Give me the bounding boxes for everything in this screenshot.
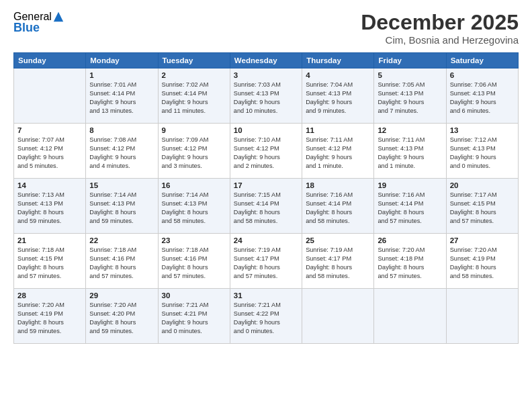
calendar-cell: 17Sunrise: 7:15 AMSunset: 4:14 PMDayligh… bbox=[230, 179, 302, 234]
calendar-week-row: 14Sunrise: 7:13 AMSunset: 4:13 PMDayligh… bbox=[14, 179, 519, 234]
calendar-cell: 3Sunrise: 7:03 AMSunset: 4:13 PMDaylight… bbox=[230, 68, 302, 124]
day-number: 18 bbox=[306, 181, 370, 189]
calendar-cell: 16Sunrise: 7:14 AMSunset: 4:13 PMDayligh… bbox=[158, 179, 230, 234]
calendar-week-row: 28Sunrise: 7:20 AMSunset: 4:19 PMDayligh… bbox=[14, 289, 519, 344]
day-header-saturday: Saturday bbox=[446, 53, 518, 68]
day-number: 13 bbox=[450, 126, 515, 134]
day-info: Sunrise: 7:11 AMSunset: 4:12 PMDaylight:… bbox=[306, 136, 370, 171]
day-info: Sunrise: 7:20 AMSunset: 4:19 PMDaylight:… bbox=[450, 246, 515, 281]
day-info: Sunrise: 7:03 AMSunset: 4:13 PMDaylight:… bbox=[234, 81, 298, 116]
day-number: 12 bbox=[378, 126, 442, 134]
header: General Blue December 2025 Cim, Bosnia a… bbox=[13, 11, 519, 46]
day-number: 28 bbox=[17, 291, 82, 300]
calendar-week-row: 21Sunrise: 7:18 AMSunset: 4:15 PMDayligh… bbox=[14, 234, 519, 289]
calendar-cell: 9Sunrise: 7:09 AMSunset: 4:12 PMDaylight… bbox=[158, 124, 230, 179]
day-info: Sunrise: 7:04 AMSunset: 4:13 PMDaylight:… bbox=[306, 81, 370, 116]
calendar-cell bbox=[302, 289, 374, 344]
day-number: 29 bbox=[89, 291, 154, 300]
month-title: December 2025 bbox=[361, 11, 519, 34]
calendar-cell: 18Sunrise: 7:16 AMSunset: 4:14 PMDayligh… bbox=[302, 179, 374, 234]
day-number: 10 bbox=[234, 126, 298, 134]
calendar-cell: 26Sunrise: 7:20 AMSunset: 4:18 PMDayligh… bbox=[374, 234, 446, 289]
day-header-friday: Friday bbox=[374, 53, 446, 68]
day-number: 9 bbox=[162, 126, 226, 134]
calendar-cell bbox=[14, 68, 86, 124]
day-number: 7 bbox=[17, 126, 82, 134]
day-info: Sunrise: 7:20 AMSunset: 4:18 PMDaylight:… bbox=[378, 246, 442, 281]
calendar-cell: 8Sunrise: 7:08 AMSunset: 4:12 PMDaylight… bbox=[86, 124, 158, 179]
day-number: 31 bbox=[234, 291, 298, 300]
calendar-cell: 4Sunrise: 7:04 AMSunset: 4:13 PMDaylight… bbox=[302, 68, 374, 124]
svg-marker-0 bbox=[54, 12, 63, 21]
day-number: 30 bbox=[162, 291, 226, 300]
day-number: 15 bbox=[89, 181, 154, 189]
day-info: Sunrise: 7:20 AMSunset: 4:19 PMDaylight:… bbox=[17, 301, 82, 336]
day-info: Sunrise: 7:17 AMSunset: 4:15 PMDaylight:… bbox=[450, 191, 515, 226]
day-info: Sunrise: 7:16 AMSunset: 4:14 PMDaylight:… bbox=[378, 191, 442, 226]
day-number: 16 bbox=[162, 181, 226, 189]
day-info: Sunrise: 7:07 AMSunset: 4:12 PMDaylight:… bbox=[17, 136, 82, 171]
day-number: 11 bbox=[306, 126, 370, 134]
calendar-cell: 14Sunrise: 7:13 AMSunset: 4:13 PMDayligh… bbox=[14, 179, 86, 234]
day-info: Sunrise: 7:21 AMSunset: 4:22 PMDaylight:… bbox=[234, 301, 298, 336]
day-header-sunday: Sunday bbox=[14, 53, 86, 68]
logo-blue: Blue bbox=[13, 21, 40, 34]
title-section: December 2025 Cim, Bosnia and Herzegovin… bbox=[361, 11, 519, 46]
calendar-cell: 2Sunrise: 7:02 AMSunset: 4:14 PMDaylight… bbox=[158, 68, 230, 124]
calendar-cell: 7Sunrise: 7:07 AMSunset: 4:12 PMDaylight… bbox=[14, 124, 86, 179]
day-number: 14 bbox=[17, 181, 82, 189]
day-header-monday: Monday bbox=[86, 53, 158, 68]
day-info: Sunrise: 7:05 AMSunset: 4:13 PMDaylight:… bbox=[378, 81, 442, 116]
day-info: Sunrise: 7:20 AMSunset: 4:20 PMDaylight:… bbox=[89, 301, 154, 336]
calendar-cell: 23Sunrise: 7:18 AMSunset: 4:16 PMDayligh… bbox=[158, 234, 230, 289]
day-number: 17 bbox=[234, 181, 298, 189]
day-number: 6 bbox=[450, 71, 515, 79]
day-number: 22 bbox=[89, 236, 154, 244]
day-info: Sunrise: 7:14 AMSunset: 4:13 PMDaylight:… bbox=[89, 191, 154, 226]
day-number: 5 bbox=[378, 71, 442, 79]
day-info: Sunrise: 7:11 AMSunset: 4:13 PMDaylight:… bbox=[378, 136, 442, 171]
page: General Blue December 2025 Cim, Bosnia a… bbox=[0, 0, 532, 411]
day-info: Sunrise: 7:13 AMSunset: 4:13 PMDaylight:… bbox=[17, 191, 82, 226]
day-number: 20 bbox=[450, 181, 515, 189]
calendar-cell: 6Sunrise: 7:06 AMSunset: 4:13 PMDaylight… bbox=[446, 68, 518, 124]
calendar-week-row: 1Sunrise: 7:01 AMSunset: 4:14 PMDaylight… bbox=[14, 68, 519, 124]
subtitle: Cim, Bosnia and Herzegovina bbox=[361, 34, 519, 46]
day-number: 4 bbox=[306, 71, 370, 79]
calendar-cell: 27Sunrise: 7:20 AMSunset: 4:19 PMDayligh… bbox=[446, 234, 518, 289]
day-info: Sunrise: 7:06 AMSunset: 4:13 PMDaylight:… bbox=[450, 81, 515, 116]
day-info: Sunrise: 7:16 AMSunset: 4:14 PMDaylight:… bbox=[306, 191, 370, 226]
day-info: Sunrise: 7:18 AMSunset: 4:15 PMDaylight:… bbox=[17, 246, 82, 281]
calendar-cell: 1Sunrise: 7:01 AMSunset: 4:14 PMDaylight… bbox=[86, 68, 158, 124]
calendar-cell: 5Sunrise: 7:05 AMSunset: 4:13 PMDaylight… bbox=[374, 68, 446, 124]
calendar-cell: 31Sunrise: 7:21 AMSunset: 4:22 PMDayligh… bbox=[230, 289, 302, 344]
day-info: Sunrise: 7:21 AMSunset: 4:21 PMDaylight:… bbox=[162, 301, 226, 336]
day-number: 2 bbox=[162, 71, 226, 79]
day-header-tuesday: Tuesday bbox=[158, 53, 230, 68]
calendar-cell bbox=[374, 289, 446, 344]
day-info: Sunrise: 7:02 AMSunset: 4:14 PMDaylight:… bbox=[162, 81, 226, 116]
calendar-cell: 29Sunrise: 7:20 AMSunset: 4:20 PMDayligh… bbox=[86, 289, 158, 344]
calendar-header-row: SundayMondayTuesdayWednesdayThursdayFrid… bbox=[14, 53, 519, 68]
calendar-cell: 22Sunrise: 7:18 AMSunset: 4:16 PMDayligh… bbox=[86, 234, 158, 289]
calendar-cell: 11Sunrise: 7:11 AMSunset: 4:12 PMDayligh… bbox=[302, 124, 374, 179]
day-info: Sunrise: 7:19 AMSunset: 4:17 PMDaylight:… bbox=[306, 246, 370, 281]
day-info: Sunrise: 7:14 AMSunset: 4:13 PMDaylight:… bbox=[162, 191, 226, 226]
day-header-thursday: Thursday bbox=[302, 53, 374, 68]
day-number: 26 bbox=[378, 236, 442, 244]
calendar-cell: 28Sunrise: 7:20 AMSunset: 4:19 PMDayligh… bbox=[14, 289, 86, 344]
day-info: Sunrise: 7:08 AMSunset: 4:12 PMDaylight:… bbox=[89, 136, 154, 171]
day-info: Sunrise: 7:18 AMSunset: 4:16 PMDaylight:… bbox=[162, 246, 226, 281]
day-info: Sunrise: 7:09 AMSunset: 4:12 PMDaylight:… bbox=[162, 136, 226, 171]
day-info: Sunrise: 7:12 AMSunset: 4:13 PMDaylight:… bbox=[450, 136, 515, 171]
day-info: Sunrise: 7:10 AMSunset: 4:12 PMDaylight:… bbox=[234, 136, 298, 171]
calendar-cell: 19Sunrise: 7:16 AMSunset: 4:14 PMDayligh… bbox=[374, 179, 446, 234]
day-number: 21 bbox=[17, 236, 82, 244]
day-number: 24 bbox=[234, 236, 298, 244]
day-number: 1 bbox=[89, 71, 154, 79]
day-info: Sunrise: 7:01 AMSunset: 4:14 PMDaylight:… bbox=[89, 81, 154, 116]
day-number: 27 bbox=[450, 236, 515, 244]
calendar-cell: 21Sunrise: 7:18 AMSunset: 4:15 PMDayligh… bbox=[14, 234, 86, 289]
logo-icon bbox=[52, 11, 64, 23]
day-info: Sunrise: 7:19 AMSunset: 4:17 PMDaylight:… bbox=[234, 246, 298, 281]
